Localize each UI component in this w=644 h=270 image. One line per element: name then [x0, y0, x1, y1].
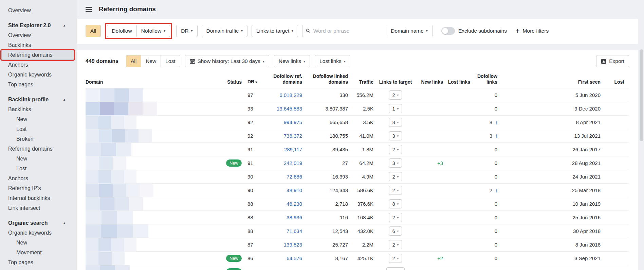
- sidebar-item-referring-domains[interactable]: Referring domains: [1, 144, 74, 154]
- dofollow-ref-domains-link[interactable]: 6,018,229: [279, 92, 302, 98]
- links-to-target-dropdown[interactable]: 2▾: [389, 213, 402, 222]
- sidebar-item-organic-keywords[interactable]: Organic keywords: [1, 228, 74, 238]
- links-to-target-dropdown[interactable]: 6▾: [389, 226, 402, 236]
- new-links-cell: [418, 224, 443, 238]
- dofollow-ref-domains-link[interactable]: 289,117: [284, 147, 302, 152]
- filter-domain-traffic-button[interactable]: Domain traffic▾: [202, 25, 247, 37]
- sidebar-item-organic-keywords[interactable]: Organic keywords: [1, 70, 74, 80]
- sidebar-item-referring-ip-s[interactable]: Referring IP's: [1, 183, 74, 193]
- filter-dofollow-button[interactable]: Dofollow: [107, 25, 136, 37]
- show-history-button[interactable]: Show history: Last 30 days▾: [185, 55, 269, 67]
- col-header-new-links[interactable]: New links: [418, 71, 443, 88]
- dofollow-ref-domains-link[interactable]: 736,372: [284, 133, 302, 139]
- search-scope-select[interactable]: Domain name▾: [386, 25, 433, 37]
- new-links-cell[interactable]: +2: [418, 252, 443, 265]
- export-button[interactable]: Export: [596, 55, 629, 67]
- dofollow-ref-domains-link[interactable]: 71,634: [287, 228, 302, 234]
- col-header-dofollow-links[interactable]: Dofollow links: [470, 71, 501, 88]
- collapse-arrow-icon[interactable]: ▴: [63, 221, 65, 225]
- sidebar-item-overview[interactable]: Overview: [1, 5, 74, 15]
- sidebar-item-organic-search[interactable]: Organic search▴: [1, 218, 74, 228]
- col-header-dr[interactable]: DR▾: [242, 71, 261, 88]
- dofollow-ref-domains-link[interactable]: 48,910: [287, 187, 302, 193]
- first-seen-cell: 5 Jun 2020: [501, 88, 603, 102]
- sidebar-item-link-intersect[interactable]: Link intersect: [1, 203, 74, 213]
- dofollow-ref-domains-link[interactable]: 994,975: [284, 119, 302, 125]
- sidebar-item-anchors[interactable]: Anchors: [1, 173, 74, 183]
- sidebar-item-site-explorer-2-0[interactable]: Site Explorer 2.0▴: [1, 20, 74, 30]
- sidebar-item-movement[interactable]: Movement: [1, 248, 74, 257]
- col-header-dofollow-ref-domains[interactable]: Dofollow ref. domains: [261, 71, 302, 88]
- dofollow-ref-domains-link[interactable]: 64,576: [287, 255, 302, 261]
- links-to-target-dropdown[interactable]: 2▾: [389, 145, 402, 154]
- sidebar-item-new[interactable]: New: [1, 238, 74, 248]
- calendar-icon: [190, 58, 195, 64]
- sidebar-item-lost[interactable]: Lost: [1, 124, 74, 134]
- filter-nofollow-button[interactable]: Nofollow▾: [136, 25, 170, 37]
- col-header-status[interactable]: Status: [215, 71, 242, 88]
- collapse-arrow-icon[interactable]: ▴: [63, 23, 65, 27]
- search-input[interactable]: [313, 28, 383, 34]
- links-to-target-dropdown[interactable]: 8▾: [389, 199, 402, 208]
- filter-links-to-target-button[interactable]: Links to target▾: [252, 25, 298, 37]
- links-to-target-dropdown[interactable]: 8▾: [389, 118, 402, 127]
- filter-dr-button[interactable]: DR▾: [176, 25, 197, 37]
- status-cell: [215, 129, 242, 143]
- col-header-links-to-target[interactable]: Links to target: [373, 71, 418, 88]
- more-filters-button[interactable]: + More filters: [516, 28, 549, 34]
- col-header-domain[interactable]: Domain: [86, 71, 215, 88]
- col-header-lost-links[interactable]: Lost links: [443, 71, 470, 88]
- sidebar-item-broken[interactable]: Broken: [1, 134, 74, 144]
- vertical-scrollbar[interactable]: [639, 0, 644, 270]
- dofollow-ref-domains-link[interactable]: 13,645,583: [277, 106, 302, 112]
- col-header-lost[interactable]: Lost: [603, 71, 629, 88]
- menu-icon[interactable]: [86, 7, 92, 12]
- sidebar-item-top-subfolders[interactable]: Top subfolders: [1, 267, 74, 270]
- sidebar-item-backlinks[interactable]: Backlinks: [1, 104, 74, 114]
- links-to-target-dropdown[interactable]: 236▾: [386, 267, 405, 270]
- sidebar-item-overview[interactable]: Overview: [1, 30, 74, 40]
- dofollow-ref-domains-link[interactable]: 38,936: [287, 215, 302, 220]
- dofollow-ref-domains-link[interactable]: 46,230: [287, 201, 302, 207]
- redacted-domain: [86, 197, 143, 210]
- segment-lost-button[interactable]: Lost: [161, 55, 180, 67]
- col-header-dofollow-linked-domains[interactable]: Dofollow linked domains: [302, 71, 348, 88]
- dofollow-ref-domains-cell: 242,019: [261, 156, 302, 170]
- sidebar-item-internal-backlinks[interactable]: Internal backlinks: [1, 193, 74, 203]
- sidebar-item-backlinks[interactable]: Backlinks: [1, 40, 74, 50]
- sidebar-item-top-pages[interactable]: Top pages: [1, 80, 74, 89]
- links-to-target-dropdown[interactable]: 2▾: [389, 254, 402, 263]
- new-links-cell[interactable]: +3: [418, 156, 443, 170]
- links-to-target-dropdown[interactable]: 3▾: [389, 131, 402, 140]
- dofollow-ref-domains-link[interactable]: 139,523: [284, 242, 302, 248]
- segment-new-button[interactable]: New: [141, 55, 161, 67]
- sidebar-item-top-pages[interactable]: Top pages: [1, 257, 74, 267]
- collapse-arrow-icon[interactable]: ▴: [63, 98, 65, 101]
- sidebar-item-anchors[interactable]: Anchors: [1, 60, 74, 70]
- dofollow-ref-domains-link[interactable]: 242,019: [284, 160, 302, 166]
- sidebar-item-lost[interactable]: Lost: [1, 164, 74, 173]
- links-to-target-dropdown[interactable]: 2▾: [389, 240, 402, 249]
- sidebar-item-new[interactable]: New: [1, 114, 74, 124]
- segment-all-button[interactable]: All: [126, 55, 141, 67]
- col-header-first-seen[interactable]: First seen: [501, 71, 603, 88]
- links-to-target-dropdown[interactable]: 2▾: [389, 172, 402, 181]
- sidebar-item-new[interactable]: New: [1, 154, 74, 164]
- links-to-target-dropdown[interactable]: 2▾: [389, 90, 402, 100]
- links-to-target-dropdown[interactable]: 2▾: [389, 186, 402, 195]
- filter-all-button[interactable]: All: [86, 25, 101, 37]
- sidebar-item-referring-domains[interactable]: Referring domains: [1, 50, 74, 60]
- new-links-button[interactable]: New links▾: [274, 55, 310, 67]
- scrollbar-thumb[interactable]: [640, 49, 643, 141]
- links-to-target-dropdown[interactable]: 3▾: [389, 158, 402, 168]
- exclude-subdomains-toggle[interactable]: [441, 27, 455, 35]
- sidebar-item-backlink-profile[interactable]: Backlink profile▴: [1, 95, 74, 104]
- col-header-traffic[interactable]: Traffic: [348, 71, 373, 88]
- new-status-badge: New: [226, 159, 242, 167]
- lost-links-button[interactable]: Lost links▾: [315, 55, 350, 67]
- links-to-target-dropdown[interactable]: 1▾: [389, 104, 402, 113]
- dofollow-ref-domains-link[interactable]: 72,686: [287, 174, 302, 180]
- chevron-down-icon: ▾: [397, 243, 399, 247]
- dofollow-ref-domains-cell: 71,634: [261, 224, 302, 238]
- new-links-cell[interactable]: +236: [418, 265, 443, 270]
